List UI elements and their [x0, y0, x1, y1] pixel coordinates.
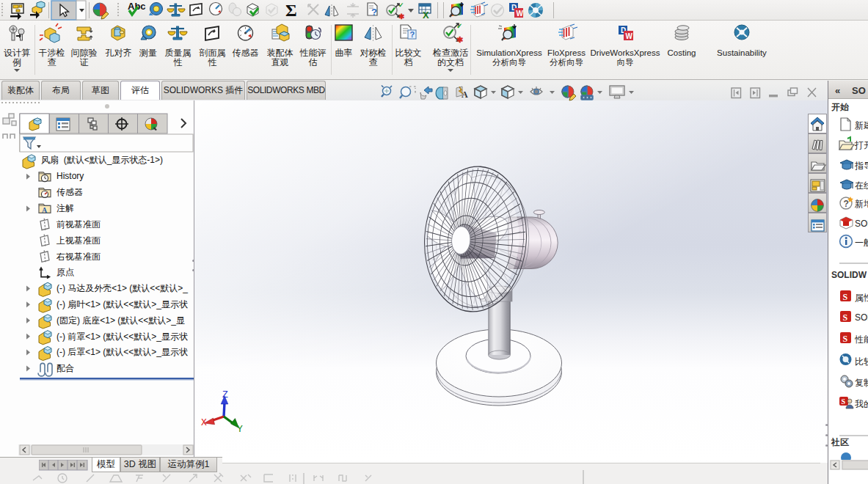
svg-text:✓: ✓ [456, 22, 462, 30]
svg-text:S: S [843, 312, 848, 323]
svg-text:X: X [201, 417, 207, 428]
svg-text:W: W [626, 32, 633, 40]
svg-text:Σ: Σ [285, 1, 297, 20]
svg-text:✓: ✓ [398, 1, 404, 9]
svg-text:✱: ✱ [456, 35, 463, 44]
svg-text:X: X [423, 10, 429, 21]
svg-text:S: S [843, 292, 848, 302]
svg-text:S: S [842, 397, 846, 406]
svg-text:Z: Z [222, 389, 228, 400]
svg-text:?: ? [371, 7, 377, 18]
svg-text:✱: ✱ [398, 12, 405, 21]
svg-text:Y: Y [237, 424, 243, 435]
svg-text:?: ? [410, 30, 415, 39]
svg-text:?: ? [844, 199, 849, 209]
svg-text:S: S [843, 334, 848, 344]
svg-text:A: A [462, 89, 468, 100]
svg-text:W: W [517, 10, 524, 18]
